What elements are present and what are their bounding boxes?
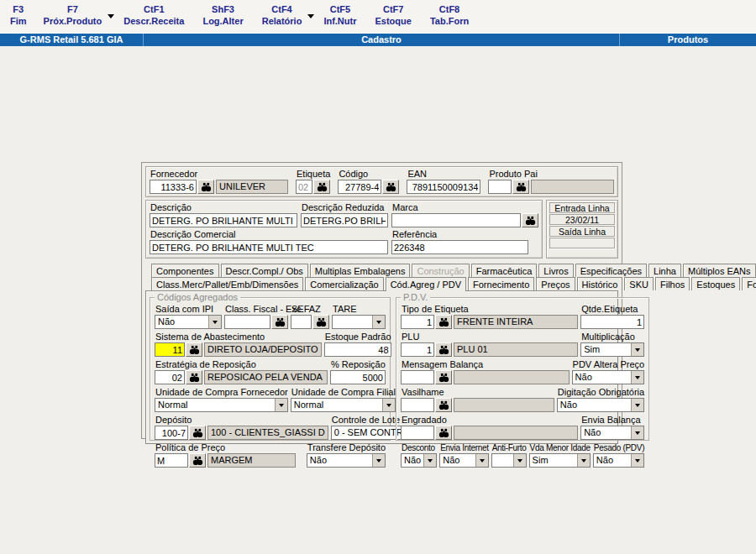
descricao-reduzida-input[interactable] [301,213,388,227]
tab-filhos[interactable]: Filhos [655,277,690,290]
marca-search-button[interactable] [522,213,538,227]
toolbar-button-estoque[interactable]: CtF7 Estoque [371,4,414,26]
pdv-altera-preco-combo[interactable]: Não [572,370,645,384]
qtde-etiqueta-input[interactable] [580,315,644,329]
class-fiscal-search-button[interactable] [271,315,288,329]
estoque-padrao-input[interactable] [324,342,391,357]
descricao-comercial-input[interactable] [150,240,388,254]
combo-arrow-button[interactable] [631,343,643,356]
tab-descr-compl-obs[interactable]: Descr.Compl./ Obs [221,264,308,277]
description-panel: Descrição Descrição Reduzida Marca [145,200,543,259]
toolbar-button-prox-produto[interactable]: F7 Próx.Produto [40,4,106,26]
produto-pai-search-button[interactable] [512,180,529,194]
estrategia-reposicao-code-input[interactable] [155,370,185,384]
toolbar-button-log-alter[interactable]: ShF3 Log.Alter [199,4,246,26]
combo-arrow-button[interactable] [372,454,385,467]
envia-balanca-combo[interactable]: Não [580,426,644,440]
relatorio-dropdown-button[interactable] [305,7,317,25]
combo-arrow-button[interactable] [631,371,643,384]
anti-furto-combo[interactable] [491,453,527,468]
tab-historico[interactable]: Histórico [577,277,623,290]
envia-internet-combo[interactable]: Não [439,453,489,468]
toolbar-button-inf-nutr[interactable]: CtF5 Inf.Nutr [320,4,360,26]
mensagem-balanca-code-input[interactable] [401,370,434,384]
tab-linha[interactable]: Linha [648,264,681,277]
tab-class-merc[interactable]: Class.Merc/Pallet/Emb/Dimensões [151,277,303,290]
politica-preco-search-button[interactable] [189,453,206,468]
tab-comercializacao[interactable]: Comercialização [305,277,383,290]
tab-multiplas-embalagens[interactable]: Multiplas Embalagens [310,264,411,277]
codigo-search-button[interactable] [382,180,399,194]
desconto-combo[interactable]: Não [401,453,437,468]
engradado-name-box [454,426,578,440]
tab-livros[interactable]: Livros [538,264,573,277]
politica-preco-code-input[interactable] [155,453,188,468]
ean-input[interactable] [407,180,480,194]
tab-especificacoes[interactable]: Especificações [575,264,647,277]
combo-arrow-button[interactable] [577,454,590,467]
toolbar-label-descr-receita: Descr.Receita [123,16,184,26]
multiplicacao-combo[interactable]: Sim [580,342,644,357]
combo-arrow-button[interactable] [631,426,643,439]
combo-arrow-button[interactable] [631,399,643,411]
tare-combo[interactable] [332,315,386,329]
codigo-input[interactable] [338,180,381,194]
pct-reposicao-input[interactable] [330,370,386,384]
un-compra-fornecedor-combo[interactable]: Normal [155,398,288,412]
sistema-abastecimento-code-input[interactable] [155,342,185,357]
tipo-etiqueta-search-button[interactable] [435,315,452,329]
toolbar-button-descr-receita[interactable]: CtF1 Descr.Receita [120,4,187,26]
un-compra-filial-combo[interactable]: Normal [291,398,396,412]
sefaz-search-button[interactable] [312,315,329,329]
tab-multiplos-eans[interactable]: Múltiplos EANs [683,264,756,277]
tabs-row-1: Componentes Descr.Compl./ Obs Multiplas … [147,264,618,277]
deposito-code-input[interactable] [155,426,188,440]
etiqueta-search-button[interactable] [313,180,330,194]
toolbar-button-fim[interactable]: F3 Fim [7,4,30,26]
tab-fornecimento[interactable]: Fornecimento [468,277,534,290]
transfere-deposito-combo[interactable]: Não [307,453,386,468]
tab-forn-alternativos[interactable]: Forn.Alternativos [742,277,756,290]
tipo-etiqueta-code-input[interactable] [401,315,434,329]
tab-estoques[interactable]: Estoques [691,277,740,290]
fornecedor-code-input[interactable] [150,180,197,194]
combo-arrow-button[interactable] [208,316,221,328]
combo-arrow-button[interactable] [631,454,643,467]
marca-input[interactable] [391,213,521,227]
vasilhame-search-button[interactable] [435,398,452,412]
combo-arrow-button[interactable] [372,316,385,328]
combo-arrow-button[interactable] [513,454,526,467]
prox-produto-dropdown-button[interactable] [105,7,117,25]
tab-farmaceutica[interactable]: Farmacêutica [471,264,538,277]
plu-search-button[interactable] [435,342,452,357]
combo-arrow-button[interactable] [275,399,287,411]
vasilhame-code-input[interactable] [401,398,434,412]
digitacao-obrigatoria-combo[interactable]: Não [557,398,644,412]
referencia-input[interactable] [391,240,528,254]
tab-componentes[interactable]: Componentes [151,264,219,277]
descricao-input[interactable] [150,213,297,227]
tab-precos[interactable]: Preços [536,277,575,290]
produto-pai-code-input[interactable] [488,180,512,194]
etiqueta-input[interactable] [296,180,312,194]
engradado-search-button[interactable] [435,426,452,440]
sefaz-input[interactable] [291,315,312,329]
class-fiscal-input[interactable] [224,315,270,329]
combo-arrow-button[interactable] [382,399,395,411]
toolbar-button-relatorio[interactable]: CtF4 Relatório [259,4,306,26]
saida-ipi-combo[interactable]: Não [155,315,222,329]
tab-sku[interactable]: SKU [624,277,654,290]
sistema-abastecimento-search-button[interactable] [186,342,202,357]
fornecedor-search-button[interactable] [197,180,214,194]
tab-cod-agreg-pdv[interactable]: Cód.Agreg / PDV [386,277,466,291]
pesado-pdv-combo[interactable]: Não [593,453,644,468]
mensagem-balanca-search-button[interactable] [435,370,452,384]
estrategia-reposicao-search-button[interactable] [186,370,202,384]
combo-arrow-button[interactable] [475,454,488,467]
engradado-code-input[interactable] [401,426,434,440]
deposito-search-button[interactable] [189,426,206,440]
vda-menor-idade-combo[interactable]: Sim [529,453,591,468]
plu-code-input[interactable] [401,342,434,357]
combo-arrow-button[interactable] [423,454,436,467]
toolbar-button-tab-forn[interactable]: CtF8 Tab.Forn [427,4,472,26]
